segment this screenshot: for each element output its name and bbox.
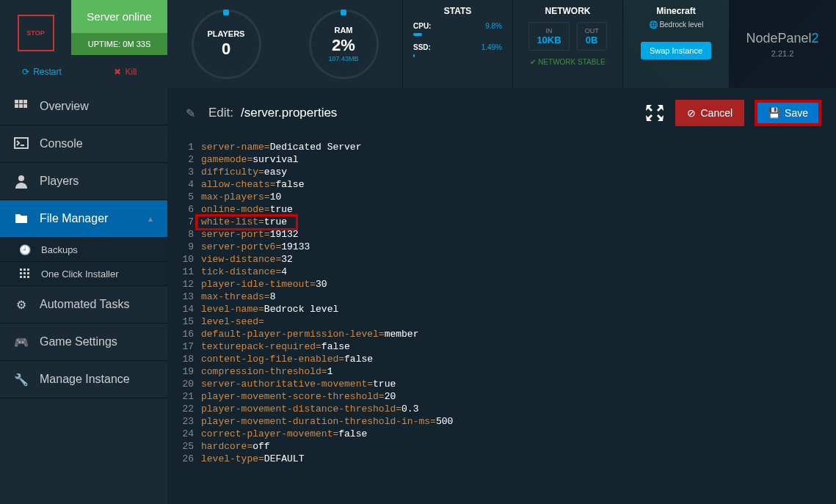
code-line[interactable]: compression-threshold=1 [201,365,836,378]
code-line[interactable]: player-movement-score-threshold=20 [201,390,836,403]
svg-rect-13 [27,272,29,274]
svg-rect-6 [15,138,28,148]
code-line[interactable]: player-idle-timeout=30 [201,278,836,291]
line-number: 12 [175,278,194,291]
code-line[interactable]: level-seed= [201,315,836,328]
code-line[interactable]: server-port=19132 [201,228,836,241]
expand-icon[interactable] [644,103,665,123]
code-line[interactable]: server-name=Dedicated Server [201,141,836,153]
code-line[interactable]: content-log-file-enabled=false [201,353,836,365]
restart-icon: ⟳ [22,67,29,77]
code-line[interactable]: tick-distance=4 [201,266,836,278]
line-number: 6 [175,203,194,216]
svg-rect-4 [19,104,23,108]
line-number: 20 [175,378,194,390]
svg-rect-16 [27,276,29,278]
stats-panel: STATS CPU:9.8% SSD:1.49% [402,0,512,88]
nodepanel-version: 2.21.2 [771,49,794,58]
nav-automated-tasks[interactable]: ⚙ Automated Tasks [0,286,167,324]
line-number: 22 [175,403,194,415]
code-body[interactable]: server-name=Dedicated Servergamemode=sur… [201,141,836,504]
nav-game-settings[interactable]: 🎮 Game Settings [0,324,167,361]
line-number: 1 [175,141,194,153]
line-number: 14 [175,303,194,315]
minecraft-panel: Minecraft 🌐 Bedrock level Swap Instance [622,0,729,88]
code-line[interactable]: default-player-permission-level=member [201,328,836,340]
players-value: 0 [222,40,230,59]
nav-overview[interactable]: Overview [0,88,167,125]
network-out: OUT0B [577,22,607,51]
line-number: 4 [175,178,194,191]
line-number: 5 [175,191,194,203]
line-number: 19 [175,365,194,378]
kill-icon: ✖ [114,67,121,77]
chevron-up-icon: ▲ [147,215,154,223]
svg-rect-9 [23,269,26,271]
stop-button[interactable]: STOP [18,15,54,51]
code-line[interactable]: level-type=DEFAULT [201,453,836,465]
code-line[interactable]: server-portv6=19133 [201,241,836,253]
code-line[interactable]: texturepack-required=false [201,340,836,353]
line-number: 17 [175,340,194,353]
code-editor[interactable]: 1234567891011121314151617181920212223242… [167,138,836,504]
svg-rect-2 [23,100,27,103]
server-status: Server online [71,0,167,33]
code-line[interactable]: max-players=10 [201,191,836,203]
line-number: 26 [175,453,194,465]
gamepad-icon: 🎮 [13,334,29,350]
code-line[interactable]: allow-cheats=false [201,178,836,191]
cancel-button[interactable]: ⊘ Cancel [675,100,744,126]
code-line[interactable]: level-name=Bedrock level [201,303,836,315]
line-number: 7 [175,216,194,228]
code-line[interactable]: white-list=true [201,216,836,228]
line-number: 2 [175,153,194,166]
code-line[interactable]: difficulty=easy [201,166,836,178]
svg-rect-12 [23,272,26,274]
code-line[interactable]: hardcore=off [201,440,836,453]
grid-icon [13,98,29,114]
code-line[interactable]: server-authoritative-movement=true [201,378,836,390]
code-line[interactable]: view-distance=32 [201,253,836,266]
nav-backups[interactable]: 🕘 Backups [0,238,167,262]
line-number: 16 [175,328,194,340]
ssd-value: 1.49% [481,43,502,51]
save-icon: 💾 [768,107,780,119]
apps-icon [19,268,31,280]
edit-path: /server.properties [241,106,337,120]
network-title: NETWORK [523,6,612,16]
restart-button[interactable]: ⟳ Restart [0,55,84,88]
code-line[interactable]: max-threads=8 [201,291,836,303]
svg-rect-1 [19,100,23,103]
ram-value: 2% [332,36,355,55]
swap-instance-button[interactable]: Swap Instance [641,42,711,59]
line-number: 25 [175,440,194,453]
svg-rect-3 [15,104,18,108]
nav-file-manager[interactable]: File Manager ▲ [0,200,167,238]
nav-console[interactable]: Console [0,125,167,163]
svg-rect-15 [23,276,26,278]
nav-one-click[interactable]: One Click Installer [0,262,167,286]
code-line[interactable]: online-mode=true [201,203,836,216]
save-button[interactable]: 💾 Save [755,100,821,126]
svg-rect-11 [20,272,22,274]
kill-button[interactable]: ✖ Kill [84,55,167,88]
sidebar: Overview Console Players File Manager ▲ … [0,88,167,504]
folder-icon [13,211,29,227]
nav-manage-instance[interactable]: 🔧 Manage Instance [0,361,167,398]
code-line[interactable]: player-movement-duration-threshold-in-ms… [201,415,836,428]
svg-rect-14 [20,276,22,278]
code-line[interactable]: gamemode=survival [201,153,836,166]
svg-rect-0 [15,100,18,103]
line-number: 8 [175,228,194,241]
code-line[interactable]: correct-player-movement=false [201,428,836,440]
nav-players[interactable]: Players [0,163,167,200]
network-in: IN10KB [528,22,569,51]
pencil-icon: ✎ [182,105,198,121]
clock-icon: 🕘 [19,244,31,255]
gears-icon: ⚙ [13,296,29,313]
line-number: 13 [175,291,194,303]
code-line[interactable]: player-movement-distance-threshold=0.3 [201,403,836,415]
line-number: 23 [175,415,194,428]
network-panel: NETWORK IN10KB OUT0B ✔ NETWORK STABLE [512,0,622,88]
line-number: 3 [175,166,194,178]
